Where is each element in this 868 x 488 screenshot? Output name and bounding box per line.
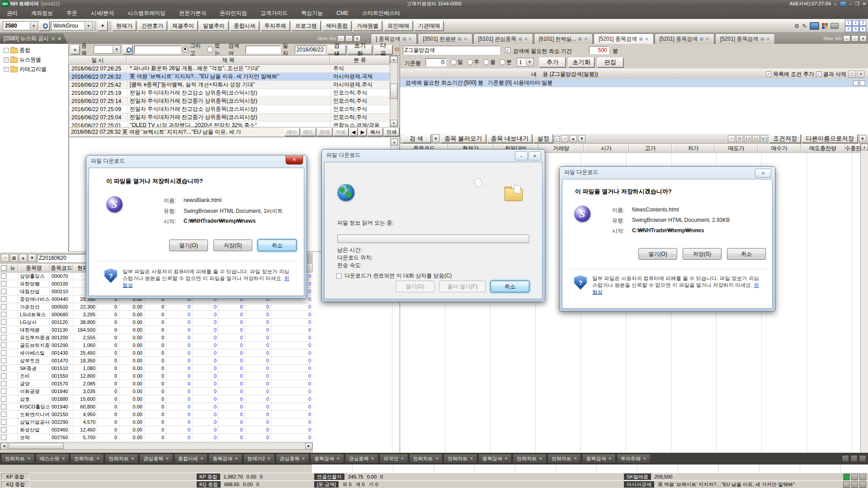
ticker-stock-label[interactable]: SK텔레콤 bbox=[624, 474, 651, 480]
delete-icon[interactable]: ✕ bbox=[857, 70, 864, 78]
close-icon[interactable]: ✕ bbox=[96, 456, 100, 461]
condition-selected-row[interactable]: 검색에 필요한 최소기간:[500] 봉 기준봉:[0] 사용데이터:일봉 bbox=[400, 79, 868, 88]
maximize-icon[interactable]: □ bbox=[851, 35, 859, 42]
edit-user-icon[interactable]: ✎ bbox=[802, 23, 807, 29]
tab-item[interactable]: [5101] 관심종목 ⊕ ✕ bbox=[473, 33, 533, 44]
menu-item[interactable]: 주문 bbox=[60, 7, 84, 19]
restore-button[interactable]: ❐ bbox=[855, 1, 859, 6]
stock-row[interactable]: 금양 001570 2,085 0 0.00 0 0 0 0 0 0 bbox=[0, 380, 313, 388]
open-button[interactable]: 열기(O) bbox=[638, 248, 677, 260]
row-checkbox[interactable] bbox=[0, 411, 7, 418]
news-scrollbar[interactable]: ▲ ▼ bbox=[390, 56, 398, 127]
sort-down-icon[interactable]: ▼ bbox=[28, 254, 36, 262]
futures-label[interactable]: 연결선물지 bbox=[314, 474, 344, 480]
layout-icon[interactable] bbox=[859, 455, 866, 462]
row-checkbox[interactable] bbox=[0, 372, 7, 380]
quick-menu-button[interactable]: 체결추이 bbox=[169, 21, 198, 31]
scroll-thumb[interactable] bbox=[390, 84, 397, 99]
stock-row[interactable]: 삼부토건 001470 18,350 0 0.00 0 0 0 0 0 0 bbox=[0, 357, 313, 365]
screen-code-combo[interactable]: 2580 ▼ bbox=[3, 21, 38, 30]
close-icon[interactable]: ✕ bbox=[539, 456, 542, 461]
news-row[interactable]: 2016/06/22 07:25:14 전일자 주식대차거래 잔고증가 상위종목… bbox=[69, 97, 390, 105]
stock-row[interactable]: KISCO홀딩스 001940 60,800 0 0.00 0 0 0 0 0 … bbox=[0, 403, 313, 411]
close-icon[interactable]: ✕ bbox=[165, 456, 169, 461]
tab-item[interactable]: [5201] 종목검색 ⊕ ✕ bbox=[715, 33, 775, 44]
close-icon[interactable]: ✕ bbox=[435, 456, 439, 461]
row-checkbox[interactable] bbox=[0, 326, 7, 333]
bottom-tab[interactable]: 전략차트 ✕ bbox=[443, 454, 477, 464]
operator-icon[interactable]: ~ bbox=[728, 135, 735, 142]
quick-menu-button[interactable]: 외인매매 bbox=[384, 21, 413, 31]
minimize-button[interactable]: – bbox=[515, 151, 528, 160]
result-column-header[interactable]: 매도총잔량 bbox=[801, 144, 845, 153]
clear-result-checkbox[interactable]: ✓ bbox=[816, 71, 821, 77]
row-checkbox[interactable] bbox=[0, 357, 7, 364]
bottom-tab[interactable]: 종목검색 ✕ bbox=[208, 454, 242, 464]
condition-checkbox[interactable] bbox=[853, 80, 859, 86]
close-icon[interactable]: ✕ bbox=[235, 456, 238, 461]
stock-row[interactable]: 삼일기업공사 002290 4,570 0 0.00 0 0 0 0 0 0 bbox=[0, 418, 313, 426]
close-icon[interactable]: ✕ bbox=[57, 36, 61, 41]
bottom-tab[interactable]: 투자주체 ✕ bbox=[617, 454, 651, 464]
workgroup-combo[interactable]: WorkGrou ▼ bbox=[51, 21, 93, 30]
expand-icon[interactable] bbox=[4, 48, 9, 53]
result-column-header[interactable]: 매도가 bbox=[715, 144, 758, 153]
row-checkbox[interactable] bbox=[0, 365, 7, 372]
column-header-name[interactable]: 종목명 bbox=[18, 263, 50, 272]
menu-item[interactable]: 온라인지점 bbox=[213, 7, 254, 19]
close-icon[interactable]: ✕ bbox=[463, 37, 467, 42]
close-icon[interactable]: ✕ bbox=[470, 456, 473, 461]
close-icon[interactable]: ✕ bbox=[859, 35, 867, 42]
export-stocks-button[interactable]: 종목 내보내기 bbox=[487, 134, 533, 143]
result-column-header[interactable]: 매수총잔량 bbox=[845, 144, 861, 153]
stock-row[interactable]: LG상사 001120 38,800 0 0.00 0 0 0 0 0 0 bbox=[0, 319, 313, 326]
tab-item[interactable]: [3501] 전광판 ⊕ ✕ bbox=[418, 33, 472, 44]
column-header-code[interactable]: 종목코드 bbox=[50, 263, 73, 272]
stock-row[interactable]: 도화엔지니어링 002150 4,950 0 0.00 0 0 0 0 0 0 bbox=[0, 411, 313, 418]
period-radio[interactable]: 월 bbox=[483, 58, 495, 66]
load-stocks-button[interactable]: 종목 불러오기 bbox=[441, 134, 486, 143]
stock-row[interactable]: LS네트웍스 000680 3,295 0 0.00 0 0 0 0 0 0 bbox=[0, 311, 313, 319]
close-icon[interactable]: ✕ bbox=[336, 456, 340, 461]
status-icon[interactable] bbox=[851, 474, 858, 480]
row-checkbox[interactable] bbox=[0, 303, 7, 310]
open-button[interactable]: 열기(O) bbox=[396, 281, 434, 292]
scroll-left-icon[interactable]: ◀ bbox=[0, 443, 8, 450]
chevron-down-icon[interactable]: ▼ bbox=[526, 59, 533, 66]
close-icon[interactable]: ✕ bbox=[200, 456, 204, 461]
sell-button[interactable]: 매도 bbox=[301, 128, 316, 136]
stock-row[interactable]: 조비 001550 12,800 0 0.00 0 0 0 0 0 0 bbox=[0, 372, 313, 380]
quick-menu-button[interactable]: 종합시세 bbox=[230, 21, 259, 31]
row-checkbox[interactable] bbox=[0, 418, 7, 426]
stock-row[interactable]: 세아베스틸 001430 25,450 0 0.00 0 0 0 0 0 0 bbox=[0, 349, 313, 357]
expand-icon[interactable]: + bbox=[4, 67, 9, 72]
stock-filter-combo[interactable]: ▼ bbox=[94, 45, 121, 54]
close-icon[interactable]: ✕ bbox=[371, 456, 375, 461]
dialog-title-bar[interactable]: 파일 다운로드 bbox=[86, 155, 307, 166]
buy-button[interactable]: 매수 bbox=[284, 128, 300, 136]
bottom-tab[interactable]: 종목검색 ✕ bbox=[310, 454, 344, 464]
bottom-tab[interactable]: 예스스팟 ✕ bbox=[36, 454, 70, 464]
column-header-time[interactable]: 일 시 bbox=[69, 56, 127, 65]
quick-menu-button[interactable]: 섹터종합 bbox=[322, 21, 351, 31]
news-row[interactable]: 2016/06/22 07:25:19 전일자 주식대차거래 잔고감소 상위종목… bbox=[69, 89, 390, 97]
stock-row[interactable]: 화성산업 002460 12,450 0 0.00 0 0 0 0 0 0 bbox=[0, 426, 313, 434]
print-button[interactable]: 인쇄 bbox=[384, 128, 399, 136]
close-icon[interactable]: ✕ bbox=[302, 456, 306, 461]
close-icon[interactable]: ✕ bbox=[524, 37, 528, 42]
monitor-icon[interactable] bbox=[810, 22, 819, 30]
current-button[interactable]: 현재 bbox=[317, 128, 332, 136]
close-icon[interactable]: ✕ bbox=[131, 456, 135, 461]
stock-row[interactable]: SK증권 001510 1,080 0 0.00 0 0 0 0 0 0 bbox=[0, 365, 313, 372]
interval-combo[interactable]: 1 ▼ bbox=[517, 58, 534, 66]
result-column-header[interactable]: 매수가 bbox=[758, 144, 801, 153]
open-button[interactable]: 열기(O) bbox=[169, 239, 208, 251]
bottom-tab[interactable]: 관심종목 ✕ bbox=[139, 454, 173, 464]
period-radio[interactable]: 분 bbox=[500, 58, 512, 66]
menu-item[interactable]: 스마트인베스터 bbox=[355, 7, 407, 19]
news-next-button[interactable]: 다음 bbox=[374, 45, 392, 54]
period-radio[interactable]: 주 bbox=[467, 58, 479, 66]
stock-row[interactable]: 유진투자증권 001200 2,555 0 0.00 0 0 0 0 0 0 bbox=[0, 334, 313, 342]
gear-icon[interactable]: ⚙ bbox=[794, 23, 799, 29]
close-button[interactable]: ✕ bbox=[755, 169, 771, 178]
